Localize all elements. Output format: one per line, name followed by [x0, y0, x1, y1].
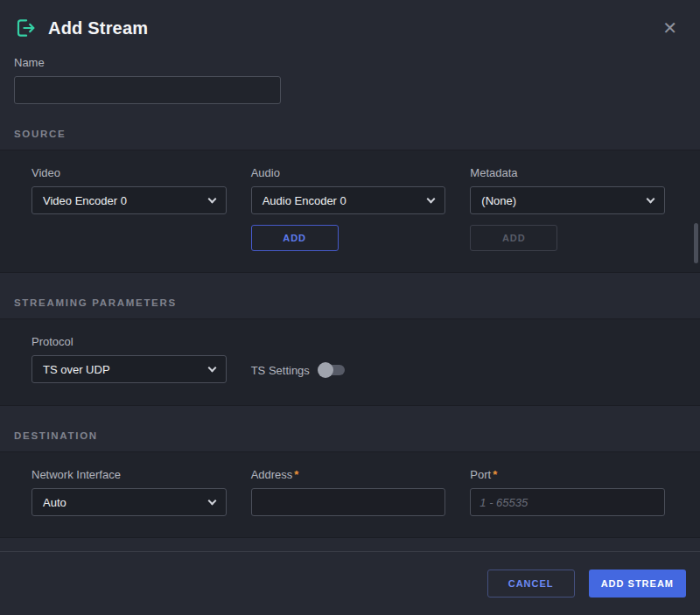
modal-title: Add Stream [48, 18, 148, 38]
metadata-column: Metadata (None) ADD [470, 166, 665, 251]
destination-panel: Network Interface Auto Address* Port* [0, 451, 700, 538]
address-input[interactable] [251, 488, 446, 516]
address-column: Address* [251, 468, 446, 516]
source-heading: SOURCE [14, 129, 686, 139]
video-label: Video [32, 166, 227, 179]
destination-heading: DESTINATION [14, 430, 686, 441]
add-audio-button[interactable]: ADD [251, 225, 339, 251]
chevron-down-icon [427, 194, 436, 203]
address-label: Address* [251, 468, 446, 481]
metadata-source-select[interactable]: (None) [470, 186, 665, 214]
metadata-source-value: (None) [481, 194, 516, 207]
audio-source-value: Audio Encoder 0 [262, 194, 346, 207]
streaming-parameters-panel: Protocol TS over UDP TS Settings [0, 318, 700, 406]
audio-column: Audio Audio Encoder 0 ADD [251, 166, 446, 251]
chevron-down-icon [647, 194, 655, 203]
add-metadata-button: ADD [470, 225, 557, 251]
network-interface-select[interactable]: Auto [32, 488, 227, 516]
network-interface-column: Network Interface Auto [32, 468, 227, 516]
chevron-down-icon [207, 363, 216, 372]
network-interface-label: Network Interface [32, 468, 227, 481]
protocol-value: TS over UDP [43, 363, 110, 376]
add-stream-icon [14, 17, 37, 39]
toggle-knob [318, 362, 333, 378]
add-stream-button[interactable]: ADD STREAM [589, 570, 686, 598]
video-source-value: Video Encoder 0 [43, 194, 127, 207]
audio-label: Audio [251, 166, 446, 179]
modal-header: Add Stream ✕ [0, 0, 700, 47]
close-icon[interactable]: ✕ [657, 16, 682, 40]
required-marker: * [493, 468, 497, 481]
protocol-column: Protocol TS over UDP [32, 335, 227, 384]
chevron-down-icon [207, 496, 216, 505]
video-source-select[interactable]: Video Encoder 0 [32, 186, 227, 214]
ts-settings-toggle[interactable] [318, 365, 345, 375]
network-interface-value: Auto [43, 496, 66, 509]
chevron-down-icon [207, 194, 216, 203]
metadata-label: Metadata [470, 166, 665, 179]
video-column: Video Video Encoder 0 [32, 166, 227, 251]
streaming-parameters-heading: STREAMING PARAMETERS [14, 297, 686, 308]
source-panel: Video Video Encoder 0 Audio Audio Encode… [0, 150, 700, 273]
name-input[interactable] [14, 76, 281, 104]
name-label: Name [14, 56, 686, 69]
port-column: Port* [470, 468, 665, 516]
cancel-button[interactable]: CANCEL [487, 570, 575, 598]
protocol-select[interactable]: TS over UDP [32, 355, 227, 383]
ts-settings-label: TS Settings [251, 364, 310, 377]
modal-footer: CANCEL ADD STREAM [0, 551, 700, 615]
audio-source-select[interactable]: Audio Encoder 0 [251, 186, 446, 214]
ts-settings-row: TS Settings [251, 356, 446, 384]
spacer-column [470, 335, 665, 384]
port-input[interactable] [470, 488, 665, 516]
port-label: Port* [470, 468, 665, 481]
required-marker: * [294, 468, 298, 481]
scrollbar-thumb[interactable] [694, 223, 698, 263]
protocol-label: Protocol [32, 335, 227, 348]
add-stream-modal: Add Stream ✕ Name SOURCE Video Video Enc… [0, 0, 700, 615]
name-field-block: Name [0, 47, 700, 104]
